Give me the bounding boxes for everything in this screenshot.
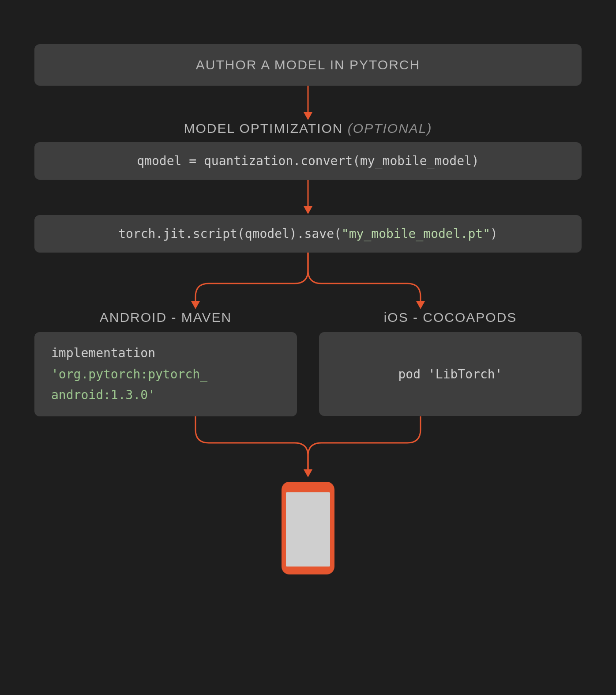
phone-screen xyxy=(286,492,330,567)
arrow-merge xyxy=(34,416,582,478)
fork-android-col: ANDROID - MAVEN implementation 'org.pyto… xyxy=(34,310,297,416)
phone-icon-wrap xyxy=(34,482,582,574)
fork-ios-box: pod 'LibTorch' xyxy=(319,332,582,416)
svg-marker-3 xyxy=(304,206,312,214)
arrow-1 xyxy=(34,86,582,121)
svg-marker-6 xyxy=(304,469,312,477)
fork-android-box: implementation 'org.pytorch:pytorch_ and… xyxy=(34,332,297,416)
optimization-text: MODEL OPTIMIZATION xyxy=(184,121,343,136)
script-code-str: "my_mobile_model.pt" xyxy=(342,227,490,241)
script-code-prefix: torch.jit.script(qmodel).save( xyxy=(118,227,342,241)
phone-icon xyxy=(282,482,334,574)
arrow-2 xyxy=(34,180,582,215)
optimization-optional: (OPTIONAL) xyxy=(348,121,432,136)
android-code-line1: implementation xyxy=(51,343,207,364)
fork-ios-label: iOS - COCOAPODS xyxy=(384,310,517,325)
fork-android-label: ANDROID - MAVEN xyxy=(100,310,232,325)
step-script-box: torch.jit.script(qmodel).save("my_mobile… xyxy=(34,215,582,253)
svg-marker-4 xyxy=(191,301,200,309)
script-code-suffix: ) xyxy=(490,227,498,241)
step-quantize-box: qmodel = quantization.convert(my_mobile_… xyxy=(34,142,582,180)
svg-marker-5 xyxy=(416,301,425,309)
android-code-line3: android:1.3.0' xyxy=(51,385,207,406)
fork-ios-col: iOS - COCOAPODS pod 'LibTorch' xyxy=(319,310,582,416)
ios-code-str: 'LibTorch' xyxy=(428,367,503,381)
quantize-code: qmodel = quantization.convert(my_mobile_… xyxy=(137,154,479,168)
android-code-line2: 'org.pytorch:pytorch_ xyxy=(51,364,207,385)
arrow-fork-down xyxy=(34,253,582,310)
svg-marker-1 xyxy=(304,112,312,120)
ios-code-prefix: pod xyxy=(398,367,428,381)
step-optimization-label: MODEL OPTIMIZATION (OPTIONAL) xyxy=(34,121,582,136)
step-author-label: AUTHOR A MODEL IN PYTORCH xyxy=(196,57,420,72)
fork-row: ANDROID - MAVEN implementation 'org.pyto… xyxy=(34,310,582,416)
step-author-box: AUTHOR A MODEL IN PYTORCH xyxy=(34,44,582,86)
